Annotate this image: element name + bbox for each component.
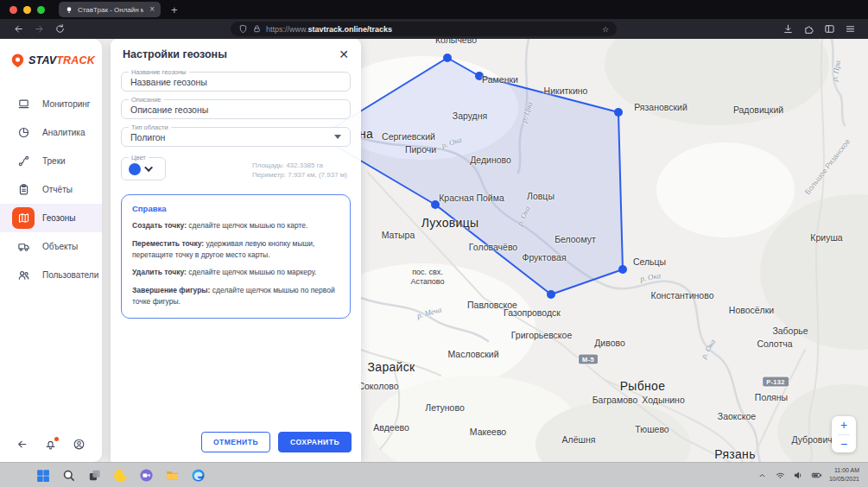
place-label: Авдеево [373,422,409,433]
panel-close-icon[interactable]: ✕ [339,48,349,60]
geozone-name-input[interactable]: Название геозоны Название геозоны [121,72,351,92]
polygon-vertex-marker[interactable] [614,108,623,117]
url-text: https://www.stavtrack.online/tracks [266,25,392,34]
geozone-name-label: Название геозоны [129,68,189,76]
screen: СтавТрак - Онлайн мониторин × + https://… [0,0,868,487]
place-label: Колычево [435,39,477,45]
pie-icon [12,122,35,143]
place-label: Новосёлки [729,305,774,315]
downloads-icon[interactable] [781,22,795,36]
task-view-icon[interactable] [86,467,103,484]
place-label: Макеево [470,427,506,437]
save-button[interactable]: СОХРАНИТЬ [278,432,352,452]
sidebar-item-geomap[interactable]: Геозоны [0,204,102,232]
sidebar-item-users[interactable]: Пользователи [0,261,102,289]
sidebar-item-label: Объекты [42,242,78,251]
sidebar-menu: МониторингАналитикаТрекиОтчётыГеозоныОбъ… [0,90,102,289]
close-window-button[interactable] [10,6,17,14]
place-label: Дединово [470,155,511,165]
minimize-window-button[interactable] [23,6,31,14]
area-value: Площадь: 432.3385 га [252,161,347,170]
place-label: Рязань [714,447,756,461]
sidebar-item-truck[interactable]: Объекты [0,232,102,261]
sidebar-item-label: Отчёты [42,185,73,194]
users-icon [12,264,35,286]
tab-close-icon[interactable]: × [149,5,155,14]
sidebar-item-route[interactable]: Треки [0,147,102,175]
place-label: Никиткино [544,85,588,96]
sidebar-item-label: Аналитика [42,128,86,137]
file-explorer-icon[interactable] [164,467,181,484]
tray-expand-icon[interactable] [757,470,768,481]
menu-icon[interactable] [843,22,857,36]
place-label: Фруктовая [522,252,566,262]
color-swatch[interactable] [129,163,141,175]
place-label: Газопроводск [504,307,561,318]
url-bar[interactable]: https://www.stavtrack.online/tracks ☆ [231,22,617,36]
browser-tab[interactable]: СтавТрак - Онлайн мониторин × [59,2,161,17]
place-label: Масловский [447,349,498,359]
taskbar-clock[interactable]: 11:00 AM 10/05/2021 [829,466,859,484]
system-tray [757,470,822,481]
place-label: Григорьевское [511,330,573,340]
map-zoom-control[interactable]: + − [832,416,856,452]
new-tab-button[interactable]: + [171,4,178,16]
area-type-select[interactable]: Тип области Полигон [121,127,351,147]
bookmark-star-icon[interactable]: ☆ [602,25,609,34]
geomap-icon [12,207,35,229]
tab-title: СтавТрак - Онлайн мониторин [78,6,143,14]
road-badge: М-5 [578,354,599,365]
sidebar-item-monitor[interactable]: Мониторинг [0,90,102,118]
place-label: Ходынино [642,395,684,405]
place-label: Заокское [718,411,756,421]
geozone-description-input[interactable]: Описание Описание геозоны [121,99,351,119]
battery-icon[interactable] [811,470,822,481]
polygon-vertex-marker[interactable] [618,265,627,274]
place-label: Солотча [757,338,792,349]
place-label: Пирочи [405,144,436,155]
search-icon[interactable] [60,467,77,484]
help-item: Завершение фигуры: сделайте щелчок мышью… [132,285,339,307]
forward-icon[interactable] [32,22,46,36]
start-icon[interactable] [35,467,51,484]
reload-icon[interactable] [53,22,67,36]
sidebar-item-label: Мониторинг [42,99,90,109]
extensions-icon[interactable] [801,22,815,36]
place-label: Зарайск [368,360,415,374]
sidebar-toggle-icon[interactable] [822,22,836,36]
lock-icon [252,24,262,34]
perimeter-value: Периметр: 7.937 км, (7.937 м) [252,170,347,180]
polygon-vertex-marker[interactable] [443,54,452,62]
polygon-vertex-marker[interactable] [547,290,555,299]
place-label: Ловцы [527,191,554,201]
place-label: пос. свх. [412,268,443,276]
zoom-in-button[interactable]: + [832,416,856,434]
maximize-window-button[interactable] [37,6,45,14]
collapse-icon[interactable] [16,438,29,452]
back-icon[interactable] [11,22,25,36]
sidebar-item-clipboard[interactable]: Отчёты [0,175,102,204]
color-picker[interactable]: Цвет [121,157,166,180]
notifications-icon[interactable] [44,438,58,452]
place-label: Баграмово [592,395,638,405]
cancel-button[interactable]: ОТМЕНИТЬ [201,432,270,452]
window-controls[interactable] [10,6,45,14]
meet-icon[interactable] [138,467,155,484]
area-type-label: Тип области [129,123,171,131]
wifi-icon[interactable] [775,470,786,481]
volume-icon[interactable] [793,470,804,481]
account-icon[interactable] [73,438,86,452]
zoom-out-button[interactable]: − [832,435,856,453]
help-item: Создать точку: сделайте щелчок мышью по … [132,220,339,231]
sidebar-item-pie[interactable]: Аналитика [0,118,102,147]
clipboard-icon [12,179,35,200]
area-type-value: Полигон [130,132,165,142]
help-title: Справка [132,204,339,213]
place-label: Матыра [382,230,415,240]
page-content: КолычевоРаменкиНикиткиноЗарудняСергиевск… [0,39,868,462]
edge-icon[interactable] [190,467,206,484]
firefox-night-icon[interactable] [112,467,129,484]
tracking-shield-icon[interactable] [238,24,248,34]
place-label: Рязановский [634,102,687,112]
sidebar-item-label: Геозоны [42,213,76,223]
